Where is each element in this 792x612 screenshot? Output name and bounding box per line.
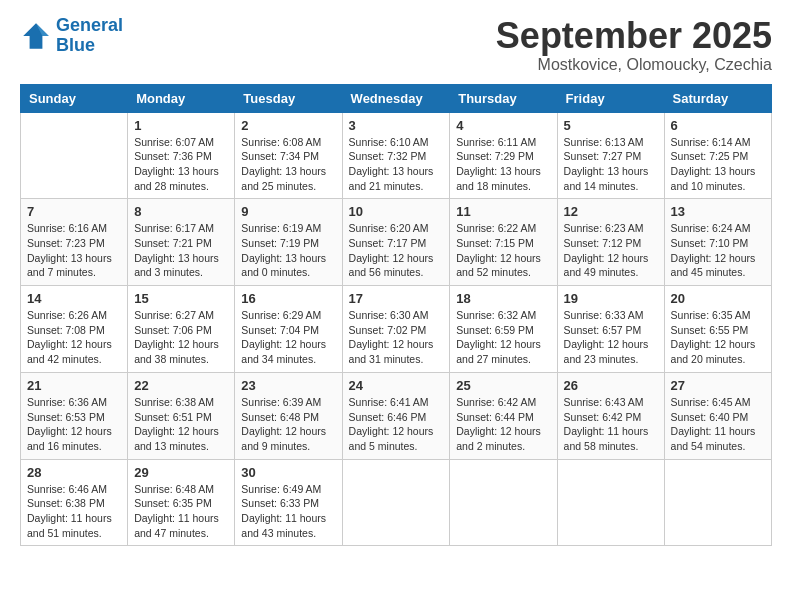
calendar-cell: 11Sunrise: 6:22 AMSunset: 7:15 PMDayligh… bbox=[450, 199, 557, 286]
day-number: 18 bbox=[456, 291, 550, 306]
day-number: 2 bbox=[241, 118, 335, 133]
day-number: 25 bbox=[456, 378, 550, 393]
calendar-cell: 1Sunrise: 6:07 AMSunset: 7:36 PMDaylight… bbox=[128, 112, 235, 199]
day-number: 6 bbox=[671, 118, 765, 133]
day-number: 12 bbox=[564, 204, 658, 219]
day-number: 8 bbox=[134, 204, 228, 219]
header: General Blue September 2025 Mostkovice, … bbox=[20, 16, 772, 74]
day-info: Sunrise: 6:33 AMSunset: 6:57 PMDaylight:… bbox=[564, 308, 658, 367]
day-info: Sunrise: 6:36 AMSunset: 6:53 PMDaylight:… bbox=[27, 395, 121, 454]
day-info: Sunrise: 6:26 AMSunset: 7:08 PMDaylight:… bbox=[27, 308, 121, 367]
day-info: Sunrise: 6:29 AMSunset: 7:04 PMDaylight:… bbox=[241, 308, 335, 367]
day-info: Sunrise: 6:42 AMSunset: 6:44 PMDaylight:… bbox=[456, 395, 550, 454]
calendar-cell bbox=[557, 459, 664, 546]
day-number: 16 bbox=[241, 291, 335, 306]
day-number: 28 bbox=[27, 465, 121, 480]
day-number: 10 bbox=[349, 204, 444, 219]
calendar-cell: 12Sunrise: 6:23 AMSunset: 7:12 PMDayligh… bbox=[557, 199, 664, 286]
calendar-cell: 13Sunrise: 6:24 AMSunset: 7:10 PMDayligh… bbox=[664, 199, 771, 286]
day-info: Sunrise: 6:49 AMSunset: 6:33 PMDaylight:… bbox=[241, 482, 335, 541]
calendar-weekday-wednesday: Wednesday bbox=[342, 84, 450, 112]
day-info: Sunrise: 6:35 AMSunset: 6:55 PMDaylight:… bbox=[671, 308, 765, 367]
day-number: 30 bbox=[241, 465, 335, 480]
calendar-cell bbox=[342, 459, 450, 546]
calendar-weekday-tuesday: Tuesday bbox=[235, 84, 342, 112]
day-number: 5 bbox=[564, 118, 658, 133]
calendar-week-row-4: 28Sunrise: 6:46 AMSunset: 6:38 PMDayligh… bbox=[21, 459, 772, 546]
day-number: 29 bbox=[134, 465, 228, 480]
logo-line1: General bbox=[56, 15, 123, 35]
calendar-weekday-thursday: Thursday bbox=[450, 84, 557, 112]
day-info: Sunrise: 6:30 AMSunset: 7:02 PMDaylight:… bbox=[349, 308, 444, 367]
calendar-cell: 17Sunrise: 6:30 AMSunset: 7:02 PMDayligh… bbox=[342, 286, 450, 373]
calendar-cell bbox=[664, 459, 771, 546]
day-number: 19 bbox=[564, 291, 658, 306]
day-info: Sunrise: 6:19 AMSunset: 7:19 PMDaylight:… bbox=[241, 221, 335, 280]
calendar-cell: 30Sunrise: 6:49 AMSunset: 6:33 PMDayligh… bbox=[235, 459, 342, 546]
calendar-weekday-saturday: Saturday bbox=[664, 84, 771, 112]
day-number: 21 bbox=[27, 378, 121, 393]
day-number: 14 bbox=[27, 291, 121, 306]
calendar-cell: 26Sunrise: 6:43 AMSunset: 6:42 PMDayligh… bbox=[557, 372, 664, 459]
day-info: Sunrise: 6:13 AMSunset: 7:27 PMDaylight:… bbox=[564, 135, 658, 194]
day-info: Sunrise: 6:27 AMSunset: 7:06 PMDaylight:… bbox=[134, 308, 228, 367]
day-info: Sunrise: 6:16 AMSunset: 7:23 PMDaylight:… bbox=[27, 221, 121, 280]
calendar-cell: 6Sunrise: 6:14 AMSunset: 7:25 PMDaylight… bbox=[664, 112, 771, 199]
day-info: Sunrise: 6:22 AMSunset: 7:15 PMDaylight:… bbox=[456, 221, 550, 280]
day-number: 11 bbox=[456, 204, 550, 219]
day-info: Sunrise: 6:08 AMSunset: 7:34 PMDaylight:… bbox=[241, 135, 335, 194]
logo-icon bbox=[20, 20, 52, 52]
calendar-cell: 4Sunrise: 6:11 AMSunset: 7:29 PMDaylight… bbox=[450, 112, 557, 199]
day-info: Sunrise: 6:17 AMSunset: 7:21 PMDaylight:… bbox=[134, 221, 228, 280]
day-info: Sunrise: 6:20 AMSunset: 7:17 PMDaylight:… bbox=[349, 221, 444, 280]
calendar-cell: 20Sunrise: 6:35 AMSunset: 6:55 PMDayligh… bbox=[664, 286, 771, 373]
calendar-week-row-2: 14Sunrise: 6:26 AMSunset: 7:08 PMDayligh… bbox=[21, 286, 772, 373]
day-info: Sunrise: 6:38 AMSunset: 6:51 PMDaylight:… bbox=[134, 395, 228, 454]
calendar-cell: 18Sunrise: 6:32 AMSunset: 6:59 PMDayligh… bbox=[450, 286, 557, 373]
day-number: 9 bbox=[241, 204, 335, 219]
calendar-cell bbox=[450, 459, 557, 546]
calendar-cell: 3Sunrise: 6:10 AMSunset: 7:32 PMDaylight… bbox=[342, 112, 450, 199]
day-number: 24 bbox=[349, 378, 444, 393]
day-info: Sunrise: 6:14 AMSunset: 7:25 PMDaylight:… bbox=[671, 135, 765, 194]
day-number: 3 bbox=[349, 118, 444, 133]
location-title: Mostkovice, Olomoucky, Czechia bbox=[496, 56, 772, 74]
day-number: 15 bbox=[134, 291, 228, 306]
calendar-week-row-1: 7Sunrise: 6:16 AMSunset: 7:23 PMDaylight… bbox=[21, 199, 772, 286]
calendar-cell: 2Sunrise: 6:08 AMSunset: 7:34 PMDaylight… bbox=[235, 112, 342, 199]
month-title: September 2025 bbox=[496, 16, 772, 56]
calendar-cell: 19Sunrise: 6:33 AMSunset: 6:57 PMDayligh… bbox=[557, 286, 664, 373]
calendar-cell: 23Sunrise: 6:39 AMSunset: 6:48 PMDayligh… bbox=[235, 372, 342, 459]
calendar-cell: 16Sunrise: 6:29 AMSunset: 7:04 PMDayligh… bbox=[235, 286, 342, 373]
logo: General Blue bbox=[20, 16, 123, 56]
day-number: 20 bbox=[671, 291, 765, 306]
calendar-cell: 7Sunrise: 6:16 AMSunset: 7:23 PMDaylight… bbox=[21, 199, 128, 286]
day-info: Sunrise: 6:39 AMSunset: 6:48 PMDaylight:… bbox=[241, 395, 335, 454]
day-info: Sunrise: 6:07 AMSunset: 7:36 PMDaylight:… bbox=[134, 135, 228, 194]
day-number: 4 bbox=[456, 118, 550, 133]
day-number: 23 bbox=[241, 378, 335, 393]
day-info: Sunrise: 6:11 AMSunset: 7:29 PMDaylight:… bbox=[456, 135, 550, 194]
calendar-cell: 24Sunrise: 6:41 AMSunset: 6:46 PMDayligh… bbox=[342, 372, 450, 459]
calendar-header-row: SundayMondayTuesdayWednesdayThursdayFrid… bbox=[21, 84, 772, 112]
day-number: 13 bbox=[671, 204, 765, 219]
calendar-cell: 14Sunrise: 6:26 AMSunset: 7:08 PMDayligh… bbox=[21, 286, 128, 373]
day-info: Sunrise: 6:23 AMSunset: 7:12 PMDaylight:… bbox=[564, 221, 658, 280]
calendar-cell: 21Sunrise: 6:36 AMSunset: 6:53 PMDayligh… bbox=[21, 372, 128, 459]
day-number: 26 bbox=[564, 378, 658, 393]
calendar-cell: 10Sunrise: 6:20 AMSunset: 7:17 PMDayligh… bbox=[342, 199, 450, 286]
calendar-cell: 25Sunrise: 6:42 AMSunset: 6:44 PMDayligh… bbox=[450, 372, 557, 459]
calendar-weekday-friday: Friday bbox=[557, 84, 664, 112]
day-info: Sunrise: 6:48 AMSunset: 6:35 PMDaylight:… bbox=[134, 482, 228, 541]
calendar-week-row-3: 21Sunrise: 6:36 AMSunset: 6:53 PMDayligh… bbox=[21, 372, 772, 459]
calendar-cell: 15Sunrise: 6:27 AMSunset: 7:06 PMDayligh… bbox=[128, 286, 235, 373]
logo-text: General Blue bbox=[56, 16, 123, 56]
calendar-cell: 5Sunrise: 6:13 AMSunset: 7:27 PMDaylight… bbox=[557, 112, 664, 199]
day-info: Sunrise: 6:32 AMSunset: 6:59 PMDaylight:… bbox=[456, 308, 550, 367]
calendar-week-row-0: 1Sunrise: 6:07 AMSunset: 7:36 PMDaylight… bbox=[21, 112, 772, 199]
calendar-weekday-monday: Monday bbox=[128, 84, 235, 112]
calendar-cell: 29Sunrise: 6:48 AMSunset: 6:35 PMDayligh… bbox=[128, 459, 235, 546]
calendar-table: SundayMondayTuesdayWednesdayThursdayFrid… bbox=[20, 84, 772, 547]
day-info: Sunrise: 6:46 AMSunset: 6:38 PMDaylight:… bbox=[27, 482, 121, 541]
day-info: Sunrise: 6:43 AMSunset: 6:42 PMDaylight:… bbox=[564, 395, 658, 454]
